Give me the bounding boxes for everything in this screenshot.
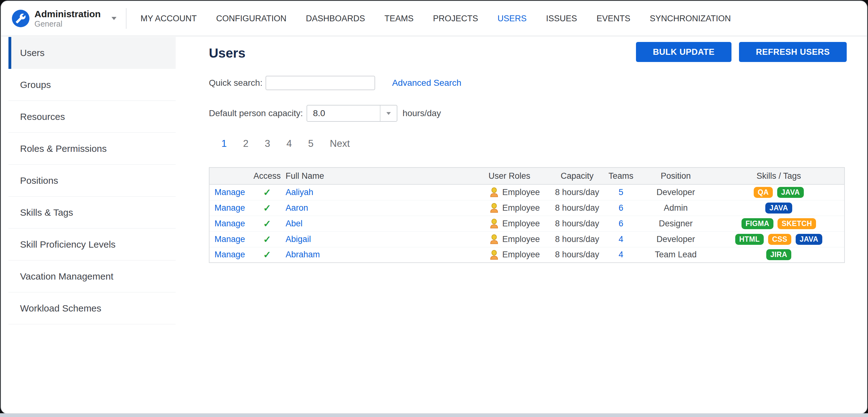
nav-teams[interactable]: TEAMS <box>375 14 423 24</box>
teams-count-link[interactable]: 4 <box>618 250 623 259</box>
app-switcher[interactable]: Administration General <box>12 9 117 28</box>
sidebar-item-skills-tags[interactable]: Skills & Tags <box>8 197 176 228</box>
nav-synchronization[interactable]: SYNCHRONIZATION <box>640 14 741 24</box>
page-2-link[interactable]: 2 <box>243 138 248 149</box>
skills-cell: JAVA <box>713 200 844 216</box>
user-role-label: Employee <box>502 188 540 197</box>
nav-issues[interactable]: ISSUES <box>536 14 587 24</box>
manage-link[interactable]: Manage <box>215 250 245 259</box>
default-capacity-value: 8.0 <box>307 108 380 118</box>
quick-search-label: Quick search: <box>209 78 262 88</box>
skill-badge: HTML <box>735 234 764 245</box>
sidebar-item-positions[interactable]: Positions <box>8 165 176 197</box>
user-role-label: Employee <box>502 250 540 259</box>
user-name-link[interactable]: Abraham <box>286 250 320 259</box>
user-name-link[interactable]: Aaliyah <box>286 188 313 197</box>
next-page-link[interactable]: Next <box>330 138 350 149</box>
skills-cell: QA JAVA <box>713 184 844 200</box>
column-header-skills-tags: Skills / Tags <box>713 167 844 184</box>
user-role-label: Employee <box>502 203 540 213</box>
table-row: Manage ✓ Abraham Employee 8 hours/day 4 … <box>209 247 844 263</box>
sidebar-item-users[interactable]: Users <box>8 37 176 69</box>
quick-search-row: Quick search: Advanced Search <box>209 75 867 91</box>
table-header-row: Access Full Name User Roles Capacity Tea… <box>209 167 844 184</box>
nav-dashboards[interactable]: DASHBOARDS <box>296 14 375 24</box>
access-check-icon: ✓ <box>263 203 271 213</box>
skills-cell: FIGMA SKETCH <box>713 216 844 231</box>
person-icon <box>489 249 500 261</box>
caret-down-icon[interactable] <box>112 17 117 20</box>
skills-cell: JIRA <box>713 247 844 263</box>
capacity-cell: 8 hours/day <box>551 216 604 231</box>
person-icon <box>489 233 500 245</box>
admin-sidebar: Users Groups Resources Roles & Permissio… <box>8 37 176 324</box>
page-5-link[interactable]: 5 <box>308 138 313 149</box>
default-capacity-row: Default person capacity: 8.0 hours/day <box>209 104 867 122</box>
page-actions: BULK UPDATE REFRESH USERS <box>636 42 847 62</box>
access-check-icon: ✓ <box>263 187 271 197</box>
dropdown-arrow-icon <box>386 112 391 115</box>
column-header-user-roles: User Roles <box>485 167 551 184</box>
nav-users[interactable]: USERS <box>488 14 536 24</box>
sidebar-item-roles-permissions[interactable]: Roles & Permissions <box>8 133 176 165</box>
skill-badge: SKETCH <box>777 218 816 229</box>
skill-badge: CSS <box>768 234 792 245</box>
person-icon <box>489 218 500 229</box>
skills-cell: HTML CSS JAVA <box>713 231 844 247</box>
table-row: Manage ✓ Aaron Employee 8 hours/day 6 Ad… <box>209 200 844 216</box>
users-page: Users BULK UPDATE REFRESH USERS Quick se… <box>209 37 867 413</box>
nav-my-account[interactable]: MY ACCOUNT <box>131 14 207 24</box>
position-cell: Admin <box>638 200 713 216</box>
user-role-label: Employee <box>502 234 540 244</box>
manage-link[interactable]: Manage <box>215 219 245 228</box>
teams-count-link[interactable]: 4 <box>618 234 623 244</box>
pagination: 1 2 3 4 5 Next <box>209 137 867 150</box>
quick-search-input[interactable] <box>266 76 375 90</box>
sidebar-item-skill-proficiency-levels[interactable]: Skill Proficiency Levels <box>8 228 176 260</box>
nav-events[interactable]: EVENTS <box>587 14 640 24</box>
page-4-link[interactable]: 4 <box>286 138 292 149</box>
skill-badge: JAVA <box>796 234 823 245</box>
access-check-icon: ✓ <box>263 234 271 245</box>
user-role-label: Employee <box>502 219 540 228</box>
manage-link[interactable]: Manage <box>215 188 245 197</box>
default-capacity-label: Default person capacity: <box>209 108 303 118</box>
manage-link[interactable]: Manage <box>215 234 245 244</box>
access-check-icon: ✓ <box>263 219 271 229</box>
teams-count-link[interactable]: 5 <box>618 188 623 197</box>
page-3-link[interactable]: 3 <box>265 138 270 149</box>
nav-configuration[interactable]: CONFIGURATION <box>206 14 296 24</box>
teams-count-link[interactable]: 6 <box>618 219 623 228</box>
position-cell: Designer <box>638 216 713 231</box>
refresh-users-button[interactable]: REFRESH USERS <box>739 42 847 62</box>
user-name-link[interactable]: Aaron <box>286 203 308 213</box>
column-header-full-name: Full Name <box>284 167 485 184</box>
skill-badge: QA <box>754 187 773 198</box>
bulk-update-button[interactable]: BULK UPDATE <box>636 42 732 62</box>
nav-projects[interactable]: PROJECTS <box>423 14 488 24</box>
table-row: Manage ✓ Abel Employee 8 hours/day 6 Des… <box>209 216 844 231</box>
table-row: Manage ✓ Aaliyah Employee 8 hours/day 5 … <box>209 184 844 200</box>
sidebar-item-vacation-management[interactable]: Vacation Management <box>8 260 176 292</box>
skill-badge: JIRA <box>766 249 791 260</box>
top-nav: MY ACCOUNT CONFIGURATION DASHBOARDS TEAM… <box>131 14 741 24</box>
table-body: Manage ✓ Aaliyah Employee 8 hours/day 5 … <box>209 184 844 263</box>
sidebar-item-workload-schemes[interactable]: Workload Schemes <box>8 292 176 324</box>
manage-link[interactable]: Manage <box>215 203 245 213</box>
table-row: Manage ✓ Abigail Employee 8 hours/day 4 … <box>209 231 844 247</box>
app-window: Administration General MY ACCOUNT CONFIG… <box>1 1 867 414</box>
teams-count-link[interactable]: 6 <box>618 203 623 213</box>
app-title: Administration <box>34 9 101 20</box>
sidebar-item-resources[interactable]: Resources <box>8 101 176 133</box>
position-cell: Team Lead <box>638 247 713 263</box>
default-capacity-select[interactable]: 8.0 <box>307 105 397 122</box>
page-1-link[interactable]: 1 <box>221 138 227 149</box>
user-name-link[interactable]: Abel <box>286 219 303 228</box>
sidebar-item-groups[interactable]: Groups <box>8 69 176 101</box>
advanced-search-link[interactable]: Advanced Search <box>392 78 461 88</box>
capacity-cell: 8 hours/day <box>551 247 604 263</box>
user-name-link[interactable]: Abigail <box>286 234 311 244</box>
skill-badge: JAVA <box>777 187 804 198</box>
wrench-icon <box>12 10 29 27</box>
app-subtitle: General <box>34 20 101 28</box>
